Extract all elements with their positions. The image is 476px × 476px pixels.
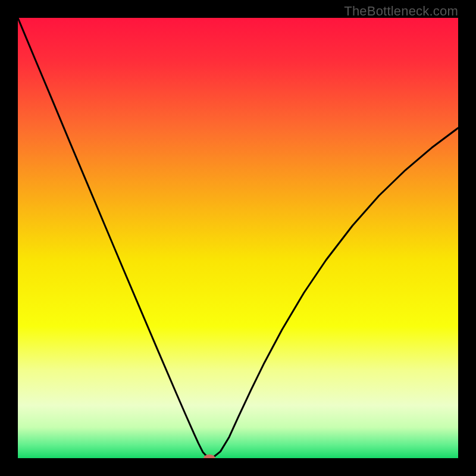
bottleneck-chart (18, 18, 458, 458)
watermark-text: TheBottleneck.com (344, 4, 458, 19)
gradient-background (18, 18, 458, 458)
chart-frame: TheBottleneck.com (0, 0, 476, 476)
plot-area (18, 18, 458, 458)
